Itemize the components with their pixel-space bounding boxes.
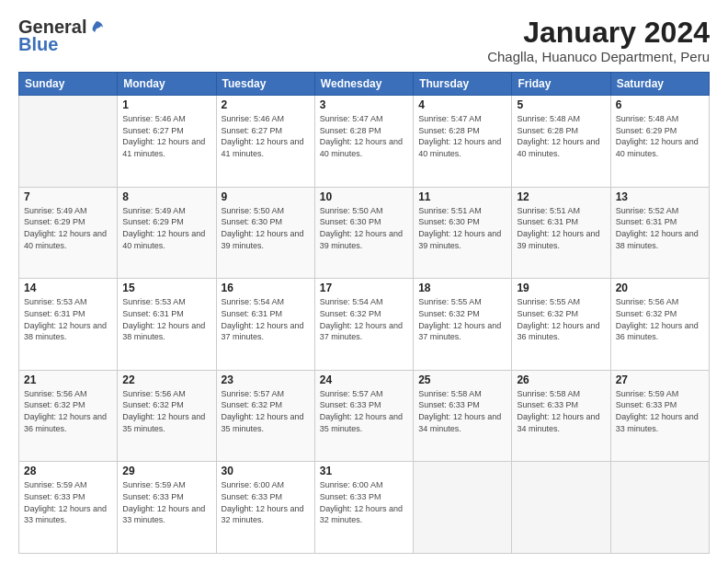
day-number: 17 <box>320 282 408 294</box>
day-info: Sunrise: 5:51 AMSunset: 6:30 PMDaylight:… <box>418 205 506 251</box>
table-row: 15Sunrise: 5:53 AMSunset: 6:31 PMDayligh… <box>118 279 216 371</box>
table-row: 25Sunrise: 5:58 AMSunset: 6:33 PMDayligh… <box>414 370 512 462</box>
table-row: 6Sunrise: 5:48 AMSunset: 6:29 PMDaylight… <box>610 96 709 188</box>
day-number: 20 <box>616 282 704 294</box>
calendar-table: Sunday Monday Tuesday Wednesday Thursday… <box>18 72 710 554</box>
day-number: 8 <box>122 190 210 203</box>
day-number: 1 <box>122 98 210 111</box>
col-tuesday: Tuesday <box>216 73 314 96</box>
day-info: Sunrise: 5:47 AMSunset: 6:28 PMDaylight:… <box>320 113 408 159</box>
day-number: 5 <box>517 98 605 111</box>
table-row: 28Sunrise: 5:59 AMSunset: 6:33 PMDayligh… <box>19 462 118 554</box>
table-row <box>512 462 610 554</box>
table-row: 13Sunrise: 5:52 AMSunset: 6:31 PMDayligh… <box>610 187 709 279</box>
table-row: 19Sunrise: 5:55 AMSunset: 6:32 PMDayligh… <box>512 279 610 371</box>
day-info: Sunrise: 5:53 AMSunset: 6:31 PMDaylight:… <box>122 296 210 342</box>
day-number: 26 <box>517 373 605 386</box>
calendar-title: January 2024 <box>487 17 710 49</box>
table-row: 7Sunrise: 5:49 AMSunset: 6:29 PMDaylight… <box>19 187 118 279</box>
table-row: 18Sunrise: 5:55 AMSunset: 6:32 PMDayligh… <box>414 279 512 371</box>
col-saturday: Saturday <box>610 73 709 96</box>
col-wednesday: Wednesday <box>314 73 413 96</box>
day-info: Sunrise: 6:00 AMSunset: 6:33 PMDaylight:… <box>222 479 310 525</box>
table-row: 2Sunrise: 5:46 AMSunset: 6:27 PMDaylight… <box>216 96 314 188</box>
table-row <box>19 96 118 188</box>
day-number: 18 <box>418 282 506 294</box>
day-info: Sunrise: 5:56 AMSunset: 6:32 PMDaylight:… <box>122 388 210 434</box>
day-number: 30 <box>222 465 310 477</box>
table-row: 22Sunrise: 5:56 AMSunset: 6:32 PMDayligh… <box>118 370 216 462</box>
day-info: Sunrise: 5:54 AMSunset: 6:31 PMDaylight:… <box>222 296 310 342</box>
col-thursday: Thursday <box>414 73 512 96</box>
day-number: 16 <box>222 282 310 294</box>
table-row: 31Sunrise: 6:00 AMSunset: 6:33 PMDayligh… <box>314 462 413 554</box>
day-number: 4 <box>418 98 506 111</box>
day-info: Sunrise: 5:57 AMSunset: 6:32 PMDaylight:… <box>222 388 310 434</box>
day-info: Sunrise: 5:55 AMSunset: 6:32 PMDaylight:… <box>418 296 506 342</box>
col-sunday: Sunday <box>19 73 118 96</box>
table-row <box>414 462 512 554</box>
day-number: 28 <box>24 465 112 477</box>
table-row: 10Sunrise: 5:50 AMSunset: 6:30 PMDayligh… <box>314 187 413 279</box>
day-number: 9 <box>222 190 310 203</box>
logo: General Blue <box>18 17 105 55</box>
logo-bird-icon <box>88 19 105 36</box>
day-number: 13 <box>616 190 704 203</box>
day-number: 14 <box>24 282 112 294</box>
day-info: Sunrise: 5:58 AMSunset: 6:33 PMDaylight:… <box>418 388 506 434</box>
table-row: 16Sunrise: 5:54 AMSunset: 6:31 PMDayligh… <box>216 279 314 371</box>
table-row: 30Sunrise: 6:00 AMSunset: 6:33 PMDayligh… <box>216 462 314 554</box>
day-info: Sunrise: 5:48 AMSunset: 6:29 PMDaylight:… <box>616 113 704 159</box>
table-row: 3Sunrise: 5:47 AMSunset: 6:28 PMDaylight… <box>314 96 413 188</box>
day-number: 15 <box>122 282 210 294</box>
day-number: 24 <box>320 373 408 386</box>
day-info: Sunrise: 5:50 AMSunset: 6:30 PMDaylight:… <box>320 205 408 251</box>
day-info: Sunrise: 6:00 AMSunset: 6:33 PMDaylight:… <box>320 479 408 525</box>
day-number: 25 <box>418 373 506 386</box>
day-info: Sunrise: 5:50 AMSunset: 6:30 PMDaylight:… <box>222 205 310 251</box>
table-row: 27Sunrise: 5:59 AMSunset: 6:33 PMDayligh… <box>610 370 709 462</box>
day-info: Sunrise: 5:48 AMSunset: 6:28 PMDaylight:… <box>517 113 605 159</box>
header: General Blue January 2024 Chaglla, Huanu… <box>18 17 710 64</box>
day-number: 22 <box>122 373 210 386</box>
day-info: Sunrise: 5:53 AMSunset: 6:31 PMDaylight:… <box>24 296 112 342</box>
day-number: 12 <box>517 190 605 203</box>
table-row: 23Sunrise: 5:57 AMSunset: 6:32 PMDayligh… <box>216 370 314 462</box>
day-info: Sunrise: 5:57 AMSunset: 6:33 PMDaylight:… <box>320 388 408 434</box>
day-number: 10 <box>320 190 408 203</box>
title-block: January 2024 Chaglla, Huanuco Department… <box>487 17 710 64</box>
day-info: Sunrise: 5:56 AMSunset: 6:32 PMDaylight:… <box>24 388 112 434</box>
table-row: 26Sunrise: 5:58 AMSunset: 6:33 PMDayligh… <box>512 370 610 462</box>
col-monday: Monday <box>118 73 216 96</box>
day-info: Sunrise: 5:59 AMSunset: 6:33 PMDaylight:… <box>616 388 704 434</box>
table-row <box>610 462 709 554</box>
table-row: 21Sunrise: 5:56 AMSunset: 6:32 PMDayligh… <box>19 370 118 462</box>
day-info: Sunrise: 5:46 AMSunset: 6:27 PMDaylight:… <box>122 113 210 159</box>
day-info: Sunrise: 5:54 AMSunset: 6:32 PMDaylight:… <box>320 296 408 342</box>
col-friday: Friday <box>512 73 610 96</box>
table-row: 4Sunrise: 5:47 AMSunset: 6:28 PMDaylight… <box>414 96 512 188</box>
calendar-subtitle: Chaglla, Huanuco Department, Peru <box>487 49 710 64</box>
day-info: Sunrise: 5:51 AMSunset: 6:31 PMDaylight:… <box>517 205 605 251</box>
table-row: 20Sunrise: 5:56 AMSunset: 6:32 PMDayligh… <box>610 279 709 371</box>
day-info: Sunrise: 5:58 AMSunset: 6:33 PMDaylight:… <box>517 388 605 434</box>
day-number: 29 <box>122 465 210 477</box>
table-row: 12Sunrise: 5:51 AMSunset: 6:31 PMDayligh… <box>512 187 610 279</box>
table-row: 17Sunrise: 5:54 AMSunset: 6:32 PMDayligh… <box>314 279 413 371</box>
day-info: Sunrise: 5:47 AMSunset: 6:28 PMDaylight:… <box>418 113 506 159</box>
day-number: 19 <box>517 282 605 294</box>
day-number: 11 <box>418 190 506 203</box>
day-number: 21 <box>24 373 112 386</box>
table-row: 29Sunrise: 5:59 AMSunset: 6:33 PMDayligh… <box>118 462 216 554</box>
logo-blue: Blue <box>18 34 58 55</box>
table-row: 24Sunrise: 5:57 AMSunset: 6:33 PMDayligh… <box>314 370 413 462</box>
table-row: 5Sunrise: 5:48 AMSunset: 6:28 PMDaylight… <box>512 96 610 188</box>
day-info: Sunrise: 5:49 AMSunset: 6:29 PMDaylight:… <box>122 205 210 251</box>
day-number: 7 <box>24 190 112 203</box>
day-info: Sunrise: 5:59 AMSunset: 6:33 PMDaylight:… <box>24 479 112 525</box>
day-number: 27 <box>616 373 704 386</box>
day-number: 23 <box>222 373 310 386</box>
table-row: 14Sunrise: 5:53 AMSunset: 6:31 PMDayligh… <box>19 279 118 371</box>
day-number: 6 <box>616 98 704 111</box>
day-info: Sunrise: 5:49 AMSunset: 6:29 PMDaylight:… <box>24 205 112 251</box>
